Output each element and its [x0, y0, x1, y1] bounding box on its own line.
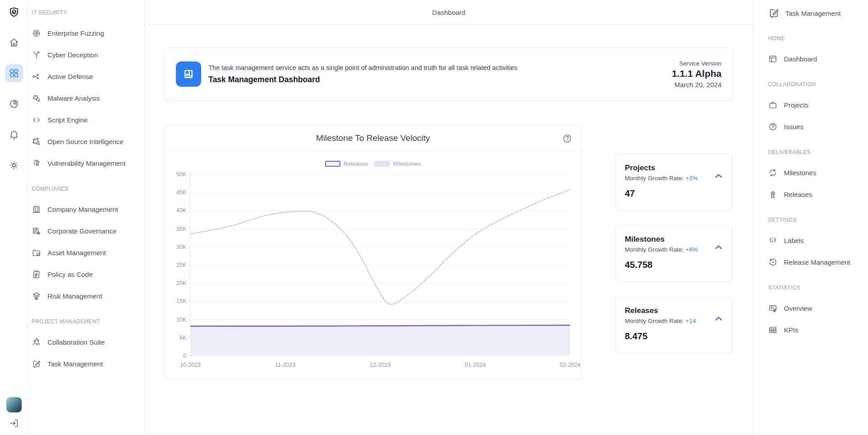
nav-item-policy-as-code[interactable]: Policy as Code — [32, 263, 140, 285]
stat-growth-value: +2% — [685, 175, 698, 182]
nav-item-open-source-intelligence[interactable]: Open Source Intelligence — [32, 131, 140, 152]
svg-text:50K: 50K — [176, 171, 187, 178]
branch-arrows-icon — [32, 72, 41, 81]
section-title: COMPLIANCE — [32, 186, 140, 192]
stat-value: 47 — [625, 188, 723, 199]
section-statistics: STATISTICSOverviewKPIs — [768, 285, 864, 341]
window-icon — [768, 54, 778, 64]
nav-item-overview[interactable]: Overview — [768, 297, 864, 319]
stat-card-milestones: MilestonesMonthly Growth Rate: +6%45.758 — [615, 225, 732, 282]
nav-item-label: Release Management — [784, 258, 850, 266]
nav-item-asset-management[interactable]: Asset Management — [32, 242, 140, 263]
edit-box-icon — [32, 359, 41, 369]
nav-item-cyber-deception[interactable]: Cyber Deception — [32, 44, 140, 65]
legend-item-releases[interactable]: Releases — [325, 160, 368, 167]
gear-icon — [9, 160, 19, 171]
section-home: HOMEDashboard — [768, 35, 864, 70]
nav-item-labels[interactable]: Labels — [768, 229, 864, 251]
nav-item-issues[interactable]: Issues — [768, 116, 864, 137]
rail-item-apps[interactable] — [5, 64, 23, 82]
nav-item-corporate-governance[interactable]: Corporate Governance — [32, 220, 140, 242]
rail-item-settings[interactable] — [5, 156, 23, 174]
svg-text:20K: 20K — [176, 280, 187, 286]
stat-card-title: Milestones — [625, 235, 723, 244]
icon-rail — [0, 0, 28, 435]
nav-item-vulnerability-management[interactable]: Vulnerability Management — [32, 152, 140, 174]
nav-item-label: Malware Analysis — [47, 94, 100, 102]
fingerprint-icon — [32, 159, 41, 168]
table-icon — [768, 325, 778, 335]
logout-button[interactable] — [9, 418, 19, 429]
award-icon — [768, 190, 778, 199]
layout-icon — [181, 66, 196, 82]
nav-item-label: Collaboration Suite — [47, 338, 105, 346]
nav-item-company-management[interactable]: Company Management — [32, 198, 140, 220]
stat-growth-value: +14 — [685, 318, 696, 324]
nav-item-label: Policy as Code — [47, 271, 93, 278]
nav-item-label: Open Source Intelligence — [47, 138, 123, 145]
folder-icon — [32, 248, 41, 257]
chart-canvas: 05K10K15K20K25K30K35K40K45K50K10-202311-… — [164, 169, 582, 373]
nav-item-dashboard[interactable]: Dashboard — [768, 48, 864, 70]
stat-value: 45.758 — [625, 260, 723, 270]
svg-text:25K: 25K — [176, 262, 187, 268]
nav-item-label: Milestones — [784, 169, 816, 177]
collapse-chevron-up-button[interactable] — [713, 242, 724, 253]
help-circle-icon — [768, 122, 778, 131]
svg-text:02-2024: 02-2024 — [560, 362, 580, 368]
nav-item-projects[interactable]: Projects — [768, 94, 864, 116]
stat-card-title: Releases — [625, 306, 723, 315]
nav-item-malware-analysis[interactable]: Malware Analysis — [32, 87, 140, 109]
nav-item-enterprise-fuzzing[interactable]: Enterprise Fuzzing — [32, 22, 140, 44]
section-title: IT SECURITY — [32, 9, 140, 16]
velocity-chart-card: Milestone To Release Velocity ReleasesMi… — [164, 125, 582, 379]
nav-item-label: Script Engine — [47, 116, 88, 124]
nav-item-risk-management[interactable]: Risk Management — [32, 285, 140, 307]
stat-card-projects: ProjectsMonthly Growth Rate: +2%47 — [615, 154, 732, 210]
certificate-icon — [768, 304, 778, 313]
clipboard-arrow-icon — [32, 270, 41, 279]
svg-text:12-2023: 12-2023 — [370, 362, 391, 368]
nav-item-kpis[interactable]: KPIs — [768, 319, 864, 341]
collapse-chevron-up-button[interactable] — [713, 170, 724, 182]
nav-item-task-management[interactable]: Task Management — [32, 353, 140, 374]
pie-chart-icon — [9, 98, 19, 109]
svg-text:15K: 15K — [176, 298, 187, 304]
nav-item-label: Labels — [784, 237, 804, 244]
nav-item-script-engine[interactable]: Script Engine — [32, 109, 140, 131]
milestone-velocity-chart: 05K10K15K20K25K30K35K40K45K50K10-202311-… — [164, 169, 582, 373]
bug-search-icon — [32, 94, 41, 103]
collapse-chevron-up-button[interactable] — [713, 313, 724, 324]
help-circle-icon[interactable] — [562, 133, 572, 144]
section-title: DELIVERABLES — [768, 149, 864, 155]
rail-item-analytics[interactable] — [5, 95, 23, 113]
nav-item-label: Projects — [784, 101, 808, 109]
section-title: PROJECT MANAGEMENT — [32, 318, 140, 325]
building-icon — [32, 205, 41, 214]
section-project-management: PROJECT MANAGEMENTCollaboration SuiteTas… — [32, 318, 140, 374]
nav-item-active-defense[interactable]: Active Defense — [32, 65, 140, 87]
stat-growth-value: +6% — [685, 246, 698, 253]
section-title: SETTINGS — [768, 217, 864, 223]
svg-text:10K: 10K — [176, 317, 187, 323]
service-banner: The task management service acts as a si… — [164, 47, 734, 101]
right-sidebar: Task Management HOMEDashboardCOLLABORATI… — [753, 0, 868, 435]
nav-item-collaboration-suite[interactable]: Collaboration Suite — [32, 331, 140, 353]
shield-check-icon — [8, 6, 20, 19]
rail-item-notifications[interactable] — [5, 126, 23, 144]
layers-eye-icon — [32, 291, 41, 301]
user-avatar[interactable] — [6, 397, 22, 412]
nav-item-milestones[interactable]: Milestones — [768, 162, 864, 183]
right-panel-title: Task Management — [768, 7, 864, 19]
nav-item-releases[interactable]: Releases — [768, 183, 864, 205]
main-content: The task management service acts as a si… — [145, 25, 753, 435]
grid-icon — [9, 68, 19, 79]
svg-text:30K: 30K — [176, 244, 187, 250]
section-title: STATISTICS — [768, 285, 864, 291]
edit-box-icon — [768, 7, 780, 19]
page-title: Dashboard — [432, 9, 465, 16]
legend-item-milestones[interactable]: Milestones — [374, 160, 421, 167]
rail-item-home[interactable] — [5, 33, 23, 51]
nav-item-release-management[interactable]: Release Management — [768, 251, 864, 273]
code-icon — [32, 115, 41, 125]
